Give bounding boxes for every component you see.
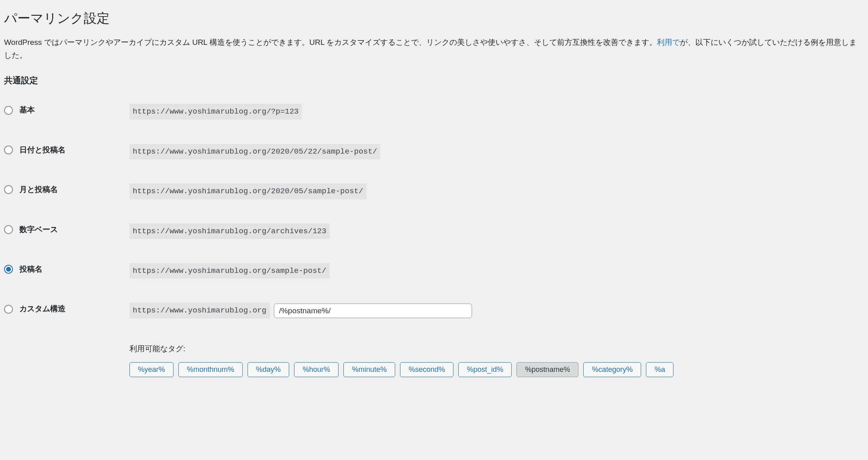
radio-day-name[interactable] <box>4 146 13 154</box>
radio-month-name[interactable] <box>4 185 13 194</box>
radio-plain[interactable] <box>4 106 13 115</box>
tag-button-postname[interactable]: %postname% <box>517 362 578 377</box>
tags-section: 利用可能なタグ: %year% %monthnum% %day% %hour% … <box>4 343 864 377</box>
example-url-plain: https://www.yoshimarublog.org/?p=123 <box>129 104 302 119</box>
option-label-post-name[interactable]: 投稿名 <box>4 263 129 275</box>
tag-button-second[interactable]: %second% <box>400 362 453 377</box>
tags-label: 利用可能なタグ: <box>129 343 864 355</box>
option-label-text: 数字ベース <box>19 224 58 236</box>
page-title: パーマリンク設定 <box>4 8 864 29</box>
option-label-numeric[interactable]: 数字ベース <box>4 224 129 236</box>
example-url-numeric: https://www.yoshimarublog.org/archives/1… <box>129 224 330 239</box>
tag-button-post-id[interactable]: %post_id% <box>458 362 512 377</box>
option-label-text: 投稿名 <box>19 263 42 275</box>
example-url-day-name: https://www.yoshimarublog.org/2020/05/22… <box>129 144 380 159</box>
option-label-text: 日付と投稿名 <box>19 144 66 156</box>
option-label-text: カスタム構造 <box>19 303 66 315</box>
tags-row: %year% %monthnum% %day% %hour% %minute% … <box>129 362 864 377</box>
custom-structure-input[interactable] <box>274 304 472 318</box>
option-row-month-name: 月と投稿名 https://www.yoshimarublog.org/2020… <box>4 184 864 199</box>
radio-numeric[interactable] <box>4 225 13 234</box>
option-label-day-name[interactable]: 日付と投稿名 <box>4 144 129 156</box>
tag-button-hour[interactable]: %hour% <box>294 362 339 377</box>
option-row-day-name: 日付と投稿名 https://www.yoshimarublog.org/202… <box>4 144 864 159</box>
option-label-text: 基本 <box>19 104 35 116</box>
page-description: WordPress ではパーマリンクやアーカイブにカスタム URL 構造を使うこ… <box>4 36 864 62</box>
option-row-custom: カスタム構造 https://www.yoshimarublog.org <box>4 303 864 318</box>
description-link[interactable]: 利用で <box>657 38 680 46</box>
tag-button-author[interactable]: %a <box>646 362 673 377</box>
section-heading-common: 共通設定 <box>4 74 864 87</box>
radio-custom[interactable] <box>4 305 13 314</box>
example-url-post-name: https://www.yoshimarublog.org/sample-pos… <box>129 263 330 279</box>
option-row-post-name: 投稿名 https://www.yoshimarublog.org/sample… <box>4 263 864 279</box>
option-row-numeric: 数字ベース https://www.yoshimarublog.org/arch… <box>4 224 864 239</box>
tag-button-category[interactable]: %category% <box>583 362 641 377</box>
tag-button-monthnum[interactable]: %monthnum% <box>178 362 243 377</box>
tag-button-year[interactable]: %year% <box>129 362 174 377</box>
radio-post-name[interactable] <box>4 265 13 274</box>
description-text-pre: WordPress ではパーマリンクやアーカイブにカスタム URL 構造を使うこ… <box>4 38 657 46</box>
option-label-month-name[interactable]: 月と投稿名 <box>4 184 129 196</box>
example-url-month-name: https://www.yoshimarublog.org/2020/05/sa… <box>129 184 366 199</box>
custom-base-url: https://www.yoshimarublog.org <box>129 303 270 318</box>
option-row-plain: 基本 https://www.yoshimarublog.org/?p=123 <box>4 104 864 119</box>
option-label-text: 月と投稿名 <box>19 184 58 196</box>
option-label-custom[interactable]: カスタム構造 <box>4 303 129 315</box>
tag-button-minute[interactable]: %minute% <box>343 362 395 377</box>
option-label-plain[interactable]: 基本 <box>4 104 129 116</box>
tag-button-day[interactable]: %day% <box>248 362 289 377</box>
